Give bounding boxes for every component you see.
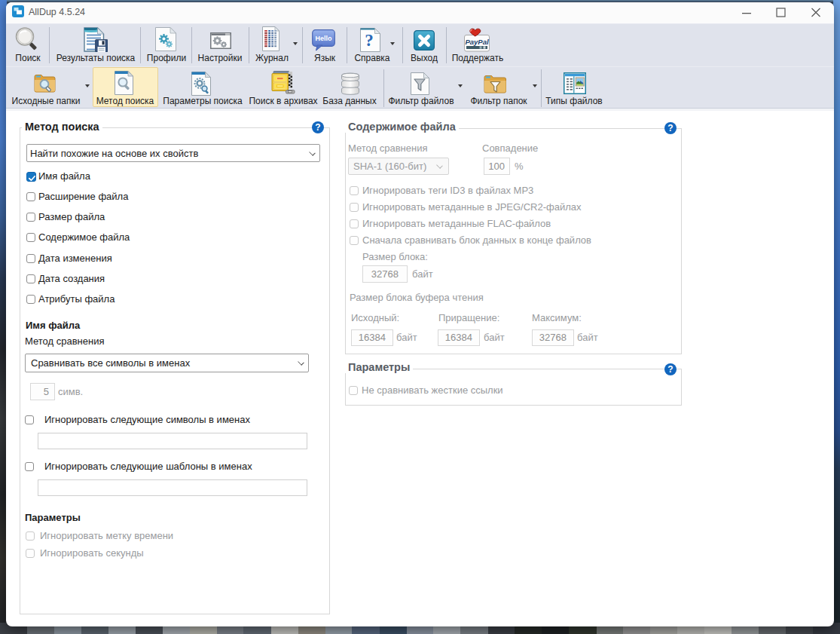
- svg-text:?: ?: [365, 31, 374, 50]
- svg-text:PayPal: PayPal: [465, 38, 489, 46]
- svg-text:Hello: Hello: [315, 35, 332, 42]
